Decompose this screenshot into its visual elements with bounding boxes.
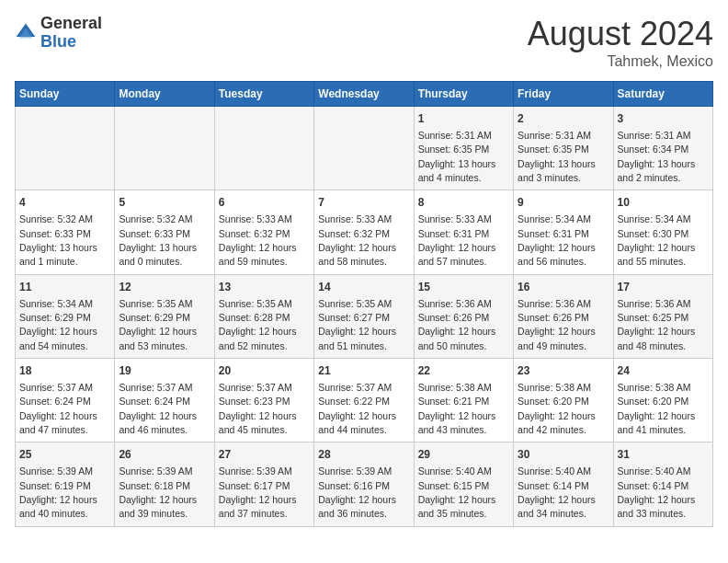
day-info: Sunrise: 5:33 AM Sunset: 6:32 PM Dayligh… [318, 213, 396, 267]
calendar-cell: 31Sunrise: 5:40 AM Sunset: 6:14 PM Dayli… [613, 442, 712, 526]
calendar-cell: 25Sunrise: 5:39 AM Sunset: 6:19 PM Dayli… [16, 442, 115, 526]
calendar-cell: 15Sunrise: 5:36 AM Sunset: 6:26 PM Dayli… [414, 274, 513, 358]
day-number: 19 [119, 363, 210, 379]
logo-blue: Blue [40, 33, 102, 52]
day-info: Sunrise: 5:40 AM Sunset: 6:14 PM Dayligh… [518, 465, 596, 519]
calendar-cell: 14Sunrise: 5:35 AM Sunset: 6:27 PM Dayli… [314, 274, 414, 358]
day-number: 12 [119, 280, 210, 295]
day-info: Sunrise: 5:31 AM Sunset: 6:35 PM Dayligh… [518, 130, 596, 183]
day-info: Sunrise: 5:37 AM Sunset: 6:23 PM Dayligh… [219, 382, 297, 435]
calendar-cell: 21Sunrise: 5:37 AM Sunset: 6:22 PM Dayli… [314, 359, 414, 442]
calendar-cell: 11Sunrise: 5:34 AM Sunset: 6:29 PM Dayli… [16, 274, 115, 358]
day-info: Sunrise: 5:33 AM Sunset: 6:32 PM Dayligh… [219, 213, 297, 267]
page-title: August 2024 [528, 15, 713, 53]
day-number: 15 [418, 280, 509, 295]
day-number: 5 [119, 195, 210, 211]
day-info: Sunrise: 5:35 AM Sunset: 6:29 PM Dayligh… [119, 298, 197, 351]
day-number: 25 [19, 447, 110, 463]
day-number: 13 [219, 280, 310, 295]
day-info: Sunrise: 5:34 AM Sunset: 6:29 PM Dayligh… [19, 298, 97, 351]
calendar-cell: 18Sunrise: 5:37 AM Sunset: 6:24 PM Dayli… [16, 359, 115, 442]
calendar-cell: 28Sunrise: 5:39 AM Sunset: 6:16 PM Dayli… [314, 442, 414, 526]
day-info: Sunrise: 5:35 AM Sunset: 6:27 PM Dayligh… [318, 298, 396, 351]
day-number: 22 [418, 363, 509, 379]
calendar-table: SundayMondayTuesdayWednesdayThursdayFrid… [15, 81, 713, 527]
calendar-cell: 26Sunrise: 5:39 AM Sunset: 6:18 PM Dayli… [115, 442, 214, 526]
day-info: Sunrise: 5:38 AM Sunset: 6:21 PM Dayligh… [418, 382, 496, 435]
day-info: Sunrise: 5:34 AM Sunset: 6:30 PM Dayligh… [618, 213, 696, 267]
day-number: 8 [418, 195, 509, 211]
day-number: 18 [19, 363, 110, 379]
header-tuesday: Tuesday [214, 82, 313, 107]
day-info: Sunrise: 5:40 AM Sunset: 6:14 PM Dayligh… [618, 465, 696, 519]
day-info: Sunrise: 5:36 AM Sunset: 6:25 PM Dayligh… [618, 298, 696, 351]
day-number: 27 [219, 447, 310, 463]
header-thursday: Thursday [414, 82, 513, 107]
header-friday: Friday [514, 82, 613, 107]
day-number: 16 [518, 280, 609, 295]
calendar-cell [314, 107, 414, 190]
calendar-cell: 4Sunrise: 5:32 AM Sunset: 6:33 PM Daylig… [16, 190, 115, 274]
calendar-cell: 9Sunrise: 5:34 AM Sunset: 6:31 PM Daylig… [514, 190, 613, 274]
day-info: Sunrise: 5:39 AM Sunset: 6:19 PM Dayligh… [19, 465, 97, 519]
calendar-cell: 27Sunrise: 5:39 AM Sunset: 6:17 PM Dayli… [214, 442, 313, 526]
day-info: Sunrise: 5:32 AM Sunset: 6:33 PM Dayligh… [19, 213, 97, 267]
day-number: 2 [518, 111, 609, 127]
calendar-cell: 12Sunrise: 5:35 AM Sunset: 6:29 PM Dayli… [115, 274, 214, 358]
day-info: Sunrise: 5:37 AM Sunset: 6:22 PM Dayligh… [318, 382, 396, 435]
calendar-cell: 1Sunrise: 5:31 AM Sunset: 6:35 PM Daylig… [414, 107, 513, 190]
day-number: 31 [618, 447, 709, 463]
day-number: 9 [518, 195, 609, 211]
day-info: Sunrise: 5:37 AM Sunset: 6:24 PM Dayligh… [119, 382, 197, 435]
day-info: Sunrise: 5:38 AM Sunset: 6:20 PM Dayligh… [618, 382, 696, 435]
day-number: 29 [418, 447, 509, 463]
day-number: 30 [518, 447, 609, 463]
calendar-cell: 6Sunrise: 5:33 AM Sunset: 6:32 PM Daylig… [214, 190, 313, 274]
header-saturday: Saturday [613, 82, 712, 107]
week-row-1: 1Sunrise: 5:31 AM Sunset: 6:35 PM Daylig… [16, 107, 713, 190]
calendar-cell: 10Sunrise: 5:34 AM Sunset: 6:30 PM Dayli… [613, 190, 712, 274]
day-number: 26 [119, 447, 210, 463]
header-sunday: Sunday [16, 82, 115, 107]
day-info: Sunrise: 5:31 AM Sunset: 6:34 PM Dayligh… [618, 130, 696, 183]
calendar-cell: 24Sunrise: 5:38 AM Sunset: 6:20 PM Dayli… [613, 359, 712, 442]
day-number: 6 [219, 195, 310, 211]
day-info: Sunrise: 5:39 AM Sunset: 6:18 PM Dayligh… [119, 465, 197, 519]
calendar-cell: 5Sunrise: 5:32 AM Sunset: 6:33 PM Daylig… [115, 190, 214, 274]
calendar-cell: 7Sunrise: 5:33 AM Sunset: 6:32 PM Daylig… [314, 190, 414, 274]
title-block: August 2024 Tahmek, Mexico [528, 15, 713, 70]
calendar-cell: 17Sunrise: 5:36 AM Sunset: 6:25 PM Dayli… [613, 274, 712, 358]
calendar-cell: 3Sunrise: 5:31 AM Sunset: 6:34 PM Daylig… [613, 107, 712, 190]
header-monday: Monday [115, 82, 214, 107]
day-number: 3 [618, 111, 709, 127]
day-number: 23 [518, 363, 609, 379]
day-info: Sunrise: 5:37 AM Sunset: 6:24 PM Dayligh… [19, 382, 97, 435]
day-number: 20 [219, 363, 310, 379]
logo-icon [15, 22, 37, 44]
calendar-cell: 13Sunrise: 5:35 AM Sunset: 6:28 PM Dayli… [214, 274, 313, 358]
day-number: 1 [418, 111, 509, 127]
header-wednesday: Wednesday [314, 82, 414, 107]
header-row: SundayMondayTuesdayWednesdayThursdayFrid… [16, 82, 713, 107]
calendar-cell: 29Sunrise: 5:40 AM Sunset: 6:15 PM Dayli… [414, 442, 513, 526]
calendar-cell [115, 107, 214, 190]
day-number: 7 [318, 195, 409, 211]
day-number: 14 [318, 280, 409, 295]
calendar-cell: 20Sunrise: 5:37 AM Sunset: 6:23 PM Dayli… [214, 359, 313, 442]
calendar-cell: 22Sunrise: 5:38 AM Sunset: 6:21 PM Dayli… [414, 359, 513, 442]
day-number: 10 [618, 195, 709, 211]
calendar-cell: 2Sunrise: 5:31 AM Sunset: 6:35 PM Daylig… [514, 107, 613, 190]
day-info: Sunrise: 5:39 AM Sunset: 6:17 PM Dayligh… [219, 465, 297, 519]
calendar-cell: 30Sunrise: 5:40 AM Sunset: 6:14 PM Dayli… [514, 442, 613, 526]
day-info: Sunrise: 5:34 AM Sunset: 6:31 PM Dayligh… [518, 213, 596, 267]
day-info: Sunrise: 5:36 AM Sunset: 6:26 PM Dayligh… [418, 298, 496, 351]
calendar-cell [214, 107, 313, 190]
day-info: Sunrise: 5:35 AM Sunset: 6:28 PM Dayligh… [219, 298, 297, 351]
day-number: 28 [318, 447, 409, 463]
week-row-4: 18Sunrise: 5:37 AM Sunset: 6:24 PM Dayli… [16, 359, 713, 442]
day-number: 11 [19, 280, 110, 295]
calendar-cell [16, 107, 115, 190]
page-header: General Blue August 2024 Tahmek, Mexico [15, 15, 713, 70]
day-number: 4 [19, 195, 110, 211]
calendar-cell: 8Sunrise: 5:33 AM Sunset: 6:31 PM Daylig… [414, 190, 513, 274]
